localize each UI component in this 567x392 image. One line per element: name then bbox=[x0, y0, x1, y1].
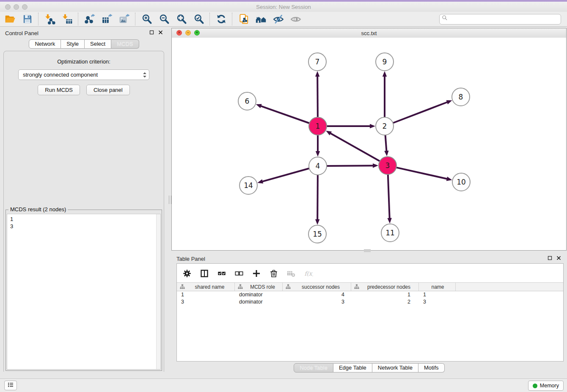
graph-node-15[interactable]: 15 bbox=[308, 225, 326, 243]
graph-node-4[interactable]: 4 bbox=[309, 157, 327, 175]
add-icon[interactable] bbox=[251, 268, 261, 279]
mcds-result-node[interactable]: 3 bbox=[7, 223, 160, 230]
run-mcds-button[interactable]: Run MCDS bbox=[38, 85, 80, 95]
table-cell[interactable]: 4 bbox=[283, 291, 351, 298]
save-icon[interactable] bbox=[22, 14, 33, 25]
graph-edge-3-10[interactable] bbox=[396, 168, 452, 181]
tab-select[interactable]: Select bbox=[85, 39, 111, 49]
column-header-MCDS-role[interactable]: MCDS role bbox=[235, 283, 283, 291]
svg-text:9: 9 bbox=[383, 58, 387, 66]
graph-node-3[interactable]: 3 bbox=[379, 157, 396, 174]
table-cell[interactable]: 3 bbox=[177, 298, 235, 306]
table-cell[interactable]: 1 bbox=[419, 291, 456, 298]
graph-node-9[interactable]: 9 bbox=[376, 53, 394, 71]
close-panel-icon[interactable] bbox=[556, 256, 561, 260]
graph-edge-1-2[interactable] bbox=[327, 124, 375, 128]
table-cell[interactable]: dominator bbox=[235, 291, 283, 298]
search-input[interactable] bbox=[449, 16, 559, 23]
tab-mcds[interactable]: MCDS bbox=[111, 39, 139, 49]
trash-icon[interactable] bbox=[269, 268, 279, 279]
table-cell[interactable]: dominator bbox=[235, 298, 283, 306]
close-panel-icon[interactable] bbox=[158, 30, 163, 35]
eye-icon[interactable] bbox=[290, 14, 301, 25]
zoom-out-icon[interactable] bbox=[158, 14, 170, 25]
graph-edge-4-3[interactable] bbox=[327, 163, 378, 168]
graph-edge-2-3[interactable] bbox=[384, 135, 388, 156]
float-panel-icon[interactable] bbox=[149, 30, 154, 35]
graph-edge-1-6[interactable] bbox=[256, 104, 310, 123]
graph-node-14[interactable]: 14 bbox=[239, 177, 257, 194]
houses-icon[interactable] bbox=[255, 14, 267, 25]
columns-icon[interactable] bbox=[199, 268, 209, 279]
optimization-criterion-select[interactable]: strongly connected component bbox=[18, 69, 149, 80]
scrollbar-track[interactable] bbox=[156, 214, 160, 369]
export-network-icon[interactable] bbox=[84, 14, 95, 25]
table-panel-title: Table Panel bbox=[176, 256, 205, 262]
mcds-result-list[interactable]: 13 bbox=[7, 214, 161, 370]
mcds-result-node[interactable]: 1 bbox=[7, 214, 160, 223]
app-titlebar: Session: New Session bbox=[0, 2, 567, 12]
search-field[interactable] bbox=[439, 14, 561, 25]
zoom-selected-icon[interactable] bbox=[193, 14, 204, 25]
tab-network[interactable]: Network bbox=[29, 39, 61, 49]
table-cell[interactable]: 3 bbox=[283, 298, 351, 306]
eye-slash-icon[interactable] bbox=[272, 14, 284, 25]
zoom-in-icon[interactable] bbox=[141, 14, 152, 25]
vertical-splitter-handle[interactable] bbox=[169, 196, 171, 204]
delete-table-icon[interactable] bbox=[286, 268, 296, 279]
graph-node-1[interactable]: 1 bbox=[309, 117, 327, 135]
table-cell[interactable]: 3 bbox=[419, 298, 456, 306]
toolbar-separator bbox=[232, 13, 233, 25]
export-table-icon[interactable] bbox=[101, 14, 113, 25]
column-header-name[interactable]: name bbox=[419, 283, 456, 291]
column-header-shared-name[interactable]: shared name bbox=[177, 283, 235, 291]
memory-button[interactable]: Memory bbox=[528, 381, 564, 391]
graph-node-2[interactable]: 2 bbox=[376, 117, 394, 135]
search-icon bbox=[441, 14, 449, 24]
table-row[interactable]: 3dominator323 bbox=[177, 298, 563, 306]
float-panel-icon[interactable] bbox=[548, 256, 552, 260]
graph-edge-4-15[interactable] bbox=[315, 175, 319, 225]
column-header-successor-nodes[interactable]: successor nodes bbox=[283, 283, 351, 291]
tab-motifs[interactable]: Motifs bbox=[418, 363, 445, 373]
graph-edge-3-11[interactable] bbox=[388, 174, 392, 224]
task-history-button[interactable] bbox=[4, 381, 17, 390]
select-all-icon[interactable] bbox=[217, 268, 227, 279]
table-cell[interactable]: 2 bbox=[351, 298, 419, 306]
export-image-icon[interactable] bbox=[118, 14, 130, 25]
gear-icon[interactable] bbox=[182, 268, 192, 279]
network-canvas[interactable]: 7968124314101511 bbox=[172, 38, 566, 250]
table-row[interactable]: 1dominator411 bbox=[177, 291, 563, 298]
import-table-icon[interactable] bbox=[61, 14, 73, 25]
graph-edge-1-7[interactable] bbox=[315, 71, 319, 117]
import-network-icon[interactable] bbox=[44, 14, 55, 25]
table-cell[interactable]: 1 bbox=[351, 291, 419, 298]
tab-network-table[interactable]: Network Table bbox=[372, 363, 418, 373]
function-icon[interactable]: f(x) bbox=[303, 268, 314, 279]
graph-edge-4-14[interactable] bbox=[257, 168, 309, 184]
column-header-predecessor-nodes[interactable]: predecessor nodes bbox=[351, 283, 419, 291]
close-panel-button[interactable]: Close panel bbox=[86, 85, 130, 95]
zoom-fit-icon[interactable] bbox=[176, 14, 187, 25]
graph-edge-1-4[interactable] bbox=[316, 135, 320, 157]
graph-node-8[interactable]: 8 bbox=[452, 88, 470, 106]
network-window-titlebar[interactable]: ✕ − + scc.txt bbox=[172, 28, 566, 38]
graph-edge-2-9[interactable] bbox=[383, 71, 387, 117]
tab-style[interactable]: Style bbox=[61, 39, 85, 49]
table-cell[interactable]: 1 bbox=[177, 291, 235, 298]
svg-text:2: 2 bbox=[383, 122, 387, 130]
graph-node-10[interactable]: 10 bbox=[452, 173, 470, 191]
refresh-icon[interactable] bbox=[215, 14, 227, 25]
deselect-all-icon[interactable] bbox=[234, 268, 244, 279]
graph-node-11[interactable]: 11 bbox=[381, 224, 399, 242]
folder-open-icon[interactable] bbox=[4, 14, 16, 25]
tab-node-table[interactable]: Node Table bbox=[294, 363, 333, 373]
graph-node-7[interactable]: 7 bbox=[308, 53, 326, 71]
horizontal-splitter-handle[interactable] bbox=[364, 249, 371, 252]
graph-node-6[interactable]: 6 bbox=[238, 92, 256, 110]
graph-edge-2-8[interactable] bbox=[393, 100, 452, 123]
graph-edge-3-1[interactable] bbox=[326, 131, 380, 161]
copy-network-icon[interactable] bbox=[238, 14, 249, 25]
network-window-title: scc.txt bbox=[172, 30, 566, 36]
tab-edge-table[interactable]: Edge Table bbox=[333, 363, 372, 373]
